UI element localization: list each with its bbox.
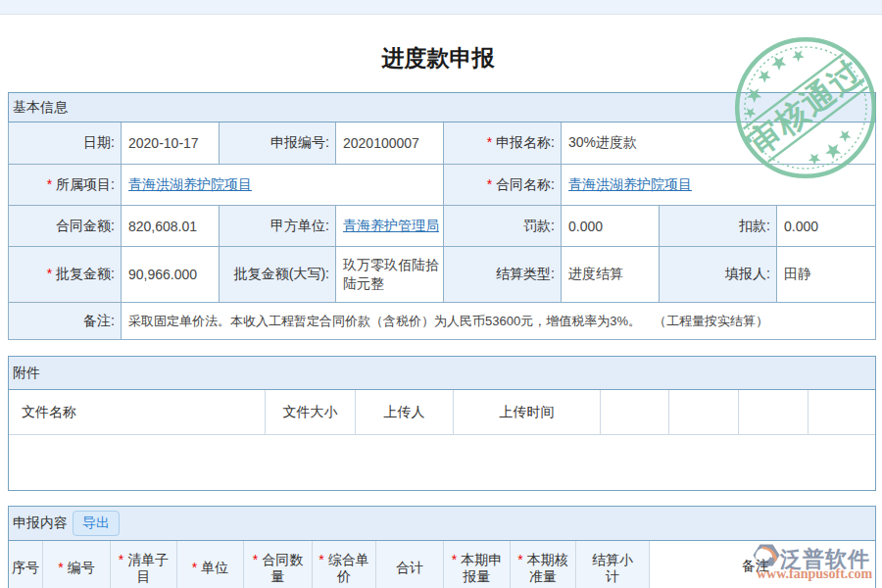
svg-text:审核通过: 审核通过 (741, 53, 869, 162)
